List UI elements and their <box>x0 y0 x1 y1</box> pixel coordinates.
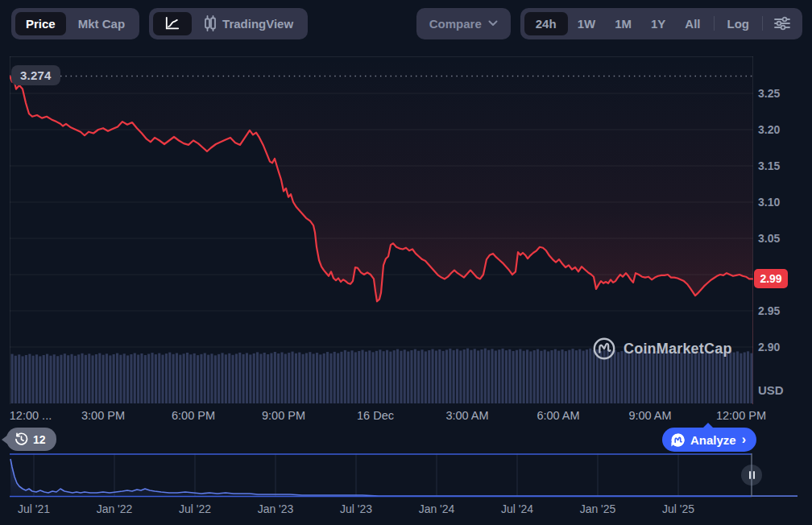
y-tick-label: 2.90 <box>758 340 806 354</box>
timeline-tick-label: Jan '22 <box>97 502 133 515</box>
range-1y[interactable]: 1Y <box>641 12 675 35</box>
price-chart-panel: Price Mkt Cap TradingView Compare <box>0 0 812 525</box>
compare-button[interactable]: Compare <box>416 8 511 39</box>
x-tick-label: 6:00 AM <box>536 409 579 422</box>
x-tick-label: 3:00 PM <box>81 409 125 422</box>
range-selector: 24h 1W 1M 1Y All Log <box>520 8 802 39</box>
sliders-icon <box>774 16 790 31</box>
history-pill[interactable]: 12 <box>6 428 56 451</box>
line-chart-type-button[interactable] <box>153 12 192 35</box>
range-all[interactable]: All <box>675 12 710 35</box>
analyze-label: Analyze <box>690 433 736 447</box>
line-chart-icon <box>164 16 180 31</box>
x-tick-label: 12:00 ... <box>10 409 52 422</box>
high-price-label: 3.274 <box>11 65 60 85</box>
y-tick-label: 3.25 <box>758 86 806 101</box>
range-1m[interactable]: 1M <box>605 12 641 35</box>
timeline-tick-label: Jul '22 <box>179 502 211 515</box>
timeline-area: Jul '21Jan '22Jul '22Jan '23Jul '23Jan '… <box>0 453 812 525</box>
history-clock-icon <box>14 432 28 446</box>
history-count: 12 <box>33 433 46 446</box>
y-tick-label: 3.05 <box>758 231 806 246</box>
range-1w[interactable]: 1W <box>568 12 606 35</box>
watermark-label: CoinMarketCap <box>624 341 732 358</box>
price-mktcap-toggle: Price Mkt Cap <box>11 8 139 39</box>
timeline-tick-label: Jul '25 <box>662 502 694 515</box>
tradingview-label: TradingView <box>222 17 293 31</box>
timeline-tick-label: Jul '21 <box>18 502 50 515</box>
x-tick-label: 9:00 AM <box>628 409 671 422</box>
timeline-brush[interactable] <box>10 453 802 498</box>
y-tick-label: 3.20 <box>758 122 806 137</box>
x-tick-label: 3:00 AM <box>445 409 488 422</box>
timeline-tick-label: Jul '23 <box>340 502 372 515</box>
chevron-down-icon <box>488 20 498 27</box>
coinmarketcap-logo-icon <box>592 337 616 361</box>
last-price-badge: 2.99 <box>754 269 788 288</box>
analyze-button[interactable]: Analyze › <box>662 428 756 452</box>
timeline-tick-label: Jan '25 <box>580 502 616 515</box>
mktcap-tab[interactable]: Mkt Cap <box>68 12 135 35</box>
x-tick-label: 6:00 PM <box>172 409 215 422</box>
tradingview-button[interactable]: TradingView <box>193 12 304 35</box>
main-chart-area: 3.274 3.253.203.153.103.052.952.90 2.99 … <box>0 47 812 453</box>
timeline-tick-label: Jul '24 <box>501 502 533 515</box>
y-tick-label: 2.95 <box>758 304 806 318</box>
divider <box>762 16 763 31</box>
coinmarketcap-watermark: CoinMarketCap <box>592 337 732 361</box>
chart-toolbar: Price Mkt Cap TradingView Compare <box>0 0 812 47</box>
timeline-tick-label: Jan '23 <box>258 502 294 515</box>
x-axis: 12:00 ...3:00 PM6:00 PM9:00 PM16 Dec3:00… <box>0 409 812 427</box>
range-24h[interactable]: 24h <box>524 12 568 35</box>
chart-settings-button[interactable] <box>766 12 798 35</box>
timeline-tick-label: Jan '24 <box>419 502 455 515</box>
compare-label: Compare <box>429 17 482 31</box>
analyze-logo-icon <box>670 432 686 448</box>
chevron-right-icon: › <box>742 432 746 447</box>
currency-label: USD <box>758 383 784 397</box>
price-tab[interactable]: Price <box>15 12 66 35</box>
y-tick-label: 3.15 <box>758 159 806 173</box>
y-tick-label: 3.10 <box>758 195 806 209</box>
candlestick-icon <box>204 15 217 31</box>
divider <box>714 16 715 31</box>
log-scale-button[interactable]: Log <box>718 12 760 35</box>
x-tick-label: 16 Dec <box>357 409 394 422</box>
chart-type-toggle: TradingView <box>149 8 308 39</box>
brush-handle[interactable] <box>741 465 762 486</box>
x-tick-label: 12:00 PM <box>716 409 766 422</box>
x-tick-label: 9:00 PM <box>262 409 305 422</box>
